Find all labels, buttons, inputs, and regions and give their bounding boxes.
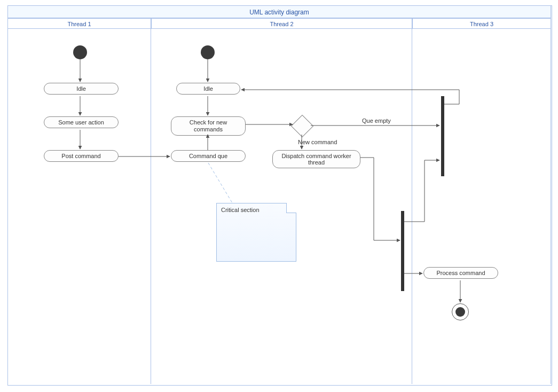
initial-node-thread2	[201, 45, 215, 59]
activity-t2-idle: Idle	[176, 83, 240, 95]
lane-header-thread3: Thread 3	[412, 18, 551, 29]
diagram-title: UML activity diagram	[7, 5, 551, 18]
label-que-empty: Que empty	[362, 117, 391, 124]
activity-t1-user-action: Some user action	[44, 116, 119, 128]
label-new-command: New command	[298, 139, 337, 145]
note-critical-section: Critical section	[216, 203, 296, 262]
lane-body-thread1	[7, 29, 151, 384]
lane-header-thread2: Thread 2	[151, 18, 412, 29]
note-text: Critical section	[221, 207, 260, 213]
lane-header-thread1: Thread 1	[7, 18, 151, 29]
initial-node-thread1	[73, 45, 87, 59]
lane-body-thread3	[412, 29, 551, 384]
note-fold-icon	[286, 203, 296, 213]
activity-t1-post-command: Post command	[44, 150, 119, 162]
activity-t1-idle: Idle	[44, 83, 119, 95]
final-node	[452, 303, 469, 320]
diagram-canvas: UML activity diagram Thread 1 Thread 2 T…	[0, 0, 558, 392]
activity-t3-process: Process command	[423, 267, 498, 279]
activity-t2-dispatch: Dispatch command worker thread	[272, 150, 360, 168]
activity-t2-check-commands: Check for new commands	[171, 116, 246, 136]
join-bar	[441, 96, 444, 176]
fork-bar	[401, 211, 404, 291]
activity-t2-command-que: Command que	[171, 150, 246, 162]
